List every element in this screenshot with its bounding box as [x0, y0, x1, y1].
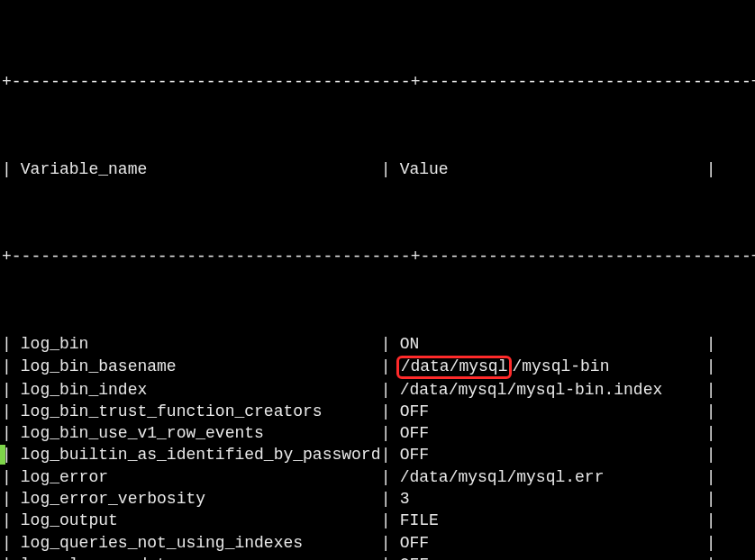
header-value: Value [395, 158, 706, 180]
table-body: |log_bin|ON||log_bin_basename|/data/mysq… [2, 333, 753, 560]
cell-value-suffix: /mysql-bin [512, 357, 609, 375]
pipe-icon: | [2, 379, 15, 401]
cell-value: OFF [395, 444, 706, 465]
pipe-icon: | [381, 532, 395, 554]
pipe-icon: | [2, 401, 15, 422]
pipe-icon: | [706, 532, 720, 554]
pipe-icon: | [381, 488, 395, 510]
cell-variable-name: log_bin_trust_function_creators [15, 401, 381, 422]
cell-value: OFF [395, 422, 706, 444]
pipe-icon: | [2, 554, 15, 560]
table-row: |log_bin_use_v1_row_events|OFF| [2, 422, 753, 444]
cell-variable-name: log_queries_not_using_indexes [15, 532, 381, 554]
pipe-icon: | [706, 510, 720, 531]
pipe-icon: | [706, 422, 720, 444]
cell-value: OFF [395, 554, 706, 560]
cell-variable-name: log_slave_updates [15, 554, 381, 560]
table-row: |log_builtin_as_identified_by_password|O… [2, 444, 753, 465]
pipe-icon: | [2, 466, 15, 488]
pipe-icon: | [2, 532, 15, 554]
pipe-icon: | [2, 356, 15, 379]
cell-variable-name: log_bin [15, 333, 381, 355]
pipe-icon: | [706, 401, 720, 422]
table-border-top: +---------------------------------------… [2, 71, 753, 93]
pipe-icon: | [706, 379, 720, 401]
pipe-icon: | [706, 554, 720, 560]
cell-variable-name: log_error [15, 466, 381, 488]
pipe-icon: | [2, 158, 15, 180]
cell-value: OFF [395, 401, 706, 422]
pipe-icon: | [706, 488, 720, 510]
pipe-icon: | [706, 466, 720, 488]
header-variable-name: Variable_name [15, 158, 381, 180]
table-header-row: | Variable_name | Value | [2, 158, 753, 180]
cell-variable-name: log_bin_use_v1_row_events [15, 422, 381, 444]
cell-value: /data/mysql/mysql.err [395, 466, 706, 488]
cell-value: FILE [395, 510, 706, 531]
highlight-annotation: /data/mysql [396, 356, 513, 379]
pipe-icon: | [381, 466, 395, 488]
pipe-icon: | [2, 488, 15, 510]
table-row: |log_bin|ON| [2, 333, 753, 355]
table-border-mid: +---------------------------------------… [2, 246, 753, 267]
cell-variable-name: log_error_verbosity [15, 488, 381, 510]
pipe-icon: | [381, 422, 395, 444]
table-row: |log_queries_not_using_indexes|OFF| [2, 532, 753, 554]
pipe-icon: | [706, 333, 720, 355]
cell-value: /data/mysql/mysql-bin.index [395, 379, 706, 401]
pipe-icon: | [381, 444, 395, 465]
cell-variable-name: log_output [15, 510, 381, 531]
cell-value: OFF [395, 532, 706, 554]
pipe-icon: | [2, 333, 15, 355]
pipe-icon: | [381, 554, 395, 560]
pipe-icon: | [706, 356, 720, 379]
pipe-icon: | [381, 158, 395, 180]
cell-variable-name: log_bin_basename [15, 356, 381, 379]
pipe-icon: | [706, 444, 720, 465]
pipe-icon: | [381, 333, 395, 355]
table-row: |log_error|/data/mysql/mysql.err| [2, 466, 753, 488]
cell-value: ON [395, 333, 706, 355]
cell-variable-name: log_bin_index [15, 379, 381, 401]
pipe-icon: | [381, 379, 395, 401]
cell-value: 3 [395, 488, 706, 510]
table-row: |log_bin_trust_function_creators|OFF| [2, 401, 753, 422]
pipe-icon: | [2, 422, 15, 444]
pipe-icon: | [381, 356, 395, 379]
table-row: |log_slave_updates|OFF| [2, 554, 753, 560]
table-row: |log_bin_basename|/data/mysql/mysql-bin| [2, 356, 753, 379]
pipe-icon: | [706, 158, 720, 180]
terminal-output: +---------------------------------------… [0, 0, 755, 560]
pipe-icon: | [381, 401, 395, 422]
table-row: |log_error_verbosity|3| [2, 488, 753, 510]
table-row: |log_output|FILE| [2, 510, 753, 531]
pipe-icon: | [381, 510, 395, 531]
cell-variable-name: log_builtin_as_identified_by_password [15, 444, 381, 465]
pipe-icon: | [2, 510, 15, 531]
cell-value: /data/mysql/mysql-bin [395, 356, 706, 379]
table-row: |log_bin_index|/data/mysql/mysql-bin.ind… [2, 379, 753, 401]
window-edge-marker [0, 445, 5, 465]
